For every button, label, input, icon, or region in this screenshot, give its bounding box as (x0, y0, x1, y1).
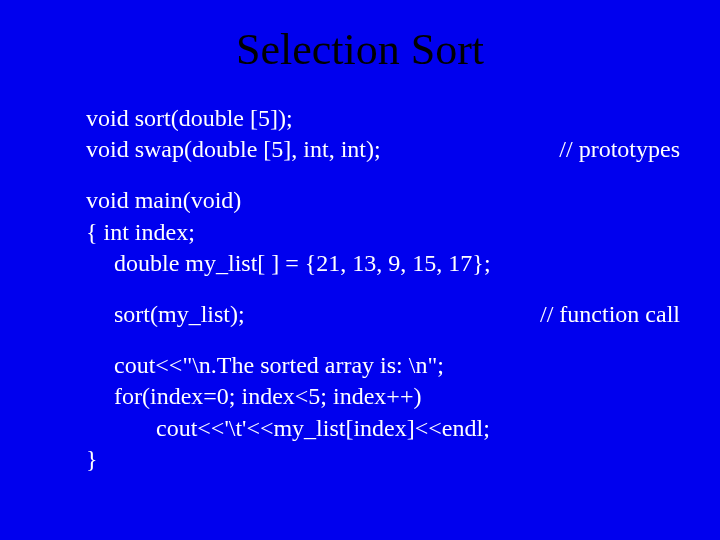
code-line-1: void sort(double [5]); (86, 103, 680, 134)
code-line-6-left: sort(my_list); (86, 299, 245, 330)
code-line-2: void swap(double [5], int, int); // prot… (86, 134, 680, 165)
code-line-2-left: void swap(double [5], int, int); (86, 134, 381, 165)
slide-title: Selection Sort (0, 24, 720, 75)
code-line-2-comment: // prototypes (559, 134, 680, 165)
slide: Selection Sort void sort(double [5]); vo… (0, 0, 720, 540)
code-line-7: cout<<"\n.The sorted array is: \n"; (86, 350, 680, 381)
slide-body: void sort(double [5]); void swap(double … (0, 103, 720, 475)
code-line-6-comment: // function call (540, 299, 680, 330)
code-line-5: double my_list[ ] = {21, 13, 9, 15, 17}; (86, 248, 680, 279)
code-line-3: void main(void) (86, 185, 680, 216)
code-line-4: { int index; (86, 217, 680, 248)
code-line-6: sort(my_list); // function call (86, 299, 680, 330)
code-line-9: cout<<'\t'<<my_list[index]<<endl; (86, 413, 680, 444)
code-line-10: } (86, 444, 680, 475)
code-line-8: for(index=0; index<5; index++) (86, 381, 680, 412)
